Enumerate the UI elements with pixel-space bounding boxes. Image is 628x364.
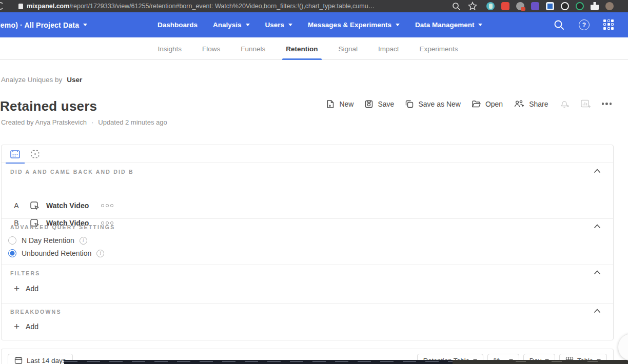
folder-open-icon xyxy=(472,99,481,109)
nav-item-analysis[interactable]: Analysis xyxy=(213,21,250,29)
chevron-down-icon xyxy=(478,24,482,26)
extension-icon[interactable] xyxy=(546,2,554,10)
extension-icon[interactable] xyxy=(486,2,495,10)
site-security-icon[interactable] xyxy=(18,4,23,9)
share-button[interactable]: Share xyxy=(514,99,548,109)
plus-icon: + xyxy=(14,284,19,294)
tab-signal[interactable]: Signal xyxy=(339,37,358,60)
nav-utilities: ? xyxy=(553,12,615,37)
extension-icon[interactable] xyxy=(576,2,584,10)
filters-section: FILTERS + Add xyxy=(2,265,613,303)
bookmark-star-icon[interactable] xyxy=(468,2,477,11)
new-button[interactable]: New xyxy=(326,99,354,109)
chevron-down-icon xyxy=(246,24,250,26)
save-button[interactable]: Save xyxy=(364,99,394,109)
collapse-chevron-icon[interactable] xyxy=(593,168,602,174)
date-range-button[interactable]: Last 14 days xyxy=(8,354,73,364)
tab-impact[interactable]: Impact xyxy=(378,37,399,60)
new-document-icon xyxy=(326,99,335,109)
extension-icon[interactable] xyxy=(516,2,524,10)
chat-widget-button[interactable] xyxy=(618,333,628,361)
select-region-tab[interactable] xyxy=(27,145,43,163)
event-icon xyxy=(29,200,40,211)
app-top-nav: demo) · All Project Data Dashboards Anal… xyxy=(0,12,628,37)
url-path: /report/1729333/view/61255/retention#bor… xyxy=(69,3,375,10)
save-icon xyxy=(364,99,374,109)
browser-address-bar: mixpanel.com/report/1729333/view/61255/r… xyxy=(0,0,628,12)
report-type-tabs: Insights Flows Funnels Retention Signal … xyxy=(0,37,628,60)
tab-insights[interactable]: Insights xyxy=(158,37,182,60)
advanced-settings-section: ADVANCED QUERY SETTINGS N Day Retention … xyxy=(2,218,613,265)
step-letter: A xyxy=(13,201,20,210)
notifications-bell-icon[interactable] xyxy=(559,99,570,109)
info-icon[interactable]: i xyxy=(96,250,104,257)
clipped-table-strip xyxy=(453,360,628,364)
updated-text: Updated 2 minutes ago xyxy=(98,118,167,126)
project-selector[interactable]: demo) · All Project Data xyxy=(0,12,87,37)
collapse-chevron-icon[interactable] xyxy=(593,269,602,275)
section-header: FILTERS xyxy=(10,270,40,276)
nav-menu: Dashboards Analysis Users Messages & Exp… xyxy=(158,12,482,37)
extension-icon[interactable] xyxy=(531,2,539,10)
nav-item-data-management[interactable]: Data Management xyxy=(415,21,483,29)
extension-icon[interactable] xyxy=(501,2,509,10)
nav-item-users[interactable]: Users xyxy=(265,21,293,29)
collapse-chevron-icon[interactable] xyxy=(593,223,602,229)
url-field[interactable]: mixpanel.com/report/1729333/view/61255/r… xyxy=(27,0,375,12)
section-header: ADVANCED QUERY SETTINGS xyxy=(10,224,115,230)
section-header: BREAKDOWNS xyxy=(10,309,62,315)
page-title: Retained users xyxy=(0,98,97,114)
add-breakdown-button[interactable]: + Add xyxy=(14,320,38,333)
report-meta: Created by Anya Pratskevich · Updated 2 … xyxy=(1,118,167,126)
collapse-chevron-icon[interactable] xyxy=(593,308,602,314)
tab-funnels[interactable]: Funnels xyxy=(241,37,265,60)
extension-icon[interactable] xyxy=(561,2,569,10)
info-icon[interactable]: i xyxy=(80,237,87,245)
search-icon[interactable] xyxy=(553,19,565,31)
share-users-icon xyxy=(514,99,525,109)
date-range-label: Last 14 days xyxy=(27,357,66,364)
add-filter-button[interactable]: + Add xyxy=(14,282,38,295)
browser-profile-avatar[interactable] xyxy=(605,2,614,10)
nav-item-messages-experiments[interactable]: Messages & Experiments xyxy=(308,21,400,29)
analyze-uniques-row: Analyze Uniques by User xyxy=(1,76,82,84)
search-icon[interactable] xyxy=(452,2,461,11)
tab-experiments[interactable]: Experiments xyxy=(420,37,458,60)
url-domain: mixpanel.com xyxy=(27,3,69,10)
created-by-text: Created by Anya Pratskevich xyxy=(1,118,87,126)
radio-n-day-retention[interactable]: N Day Retention i xyxy=(8,235,87,246)
open-button[interactable]: Open xyxy=(472,99,503,109)
plus-icon: + xyxy=(14,321,19,332)
project-selector-label: demo) · All Project Data xyxy=(0,21,79,29)
breakdowns-section: BREAKDOWNS + Add xyxy=(2,303,613,341)
meta-separator: · xyxy=(91,118,93,126)
extensions-puzzle-icon[interactable] xyxy=(591,2,599,10)
reload-icon[interactable] xyxy=(0,2,4,10)
report-toolbar: New Save Save as New Open Share xyxy=(326,99,612,109)
query-builder-tab[interactable] xyxy=(6,145,25,163)
duplicate-icon xyxy=(405,99,414,109)
help-icon[interactable]: ? xyxy=(579,19,590,30)
save-as-new-button[interactable]: Save as New xyxy=(405,99,460,109)
tab-retention[interactable]: Retention xyxy=(286,37,318,60)
analyze-entity-dropdown[interactable]: User xyxy=(67,76,82,84)
analyze-label: Analyze Uniques by xyxy=(1,76,62,84)
tab-flows[interactable]: Flows xyxy=(202,37,220,60)
apps-grid-icon[interactable] xyxy=(603,19,615,31)
section-header: DID A AND CAME BACK AND DID B xyxy=(10,169,134,175)
steps-section: DID A AND CAME BACK AND DID B A Watch Vi… xyxy=(2,163,613,218)
dashed-frame-icon xyxy=(30,149,40,159)
query-builder-panel: DID A AND CAME BACK AND DID B A Watch Vi… xyxy=(1,145,614,340)
step-row-a: A Watch Video xyxy=(13,199,113,212)
step-event-name[interactable]: Watch Video xyxy=(46,201,89,210)
nav-item-dashboards[interactable]: Dashboards xyxy=(158,21,198,29)
add-to-board-icon[interactable] xyxy=(580,99,591,109)
query-board-icon xyxy=(10,149,21,159)
calendar-icon xyxy=(14,356,23,364)
browser-extensions xyxy=(486,1,614,11)
step-more-options-icon[interactable] xyxy=(101,204,113,207)
chevron-down-icon xyxy=(288,24,292,26)
more-options-icon[interactable] xyxy=(602,100,612,107)
chevron-down-icon xyxy=(396,24,400,26)
radio-unbounded-retention[interactable]: Unbounded Retention i xyxy=(8,248,104,259)
